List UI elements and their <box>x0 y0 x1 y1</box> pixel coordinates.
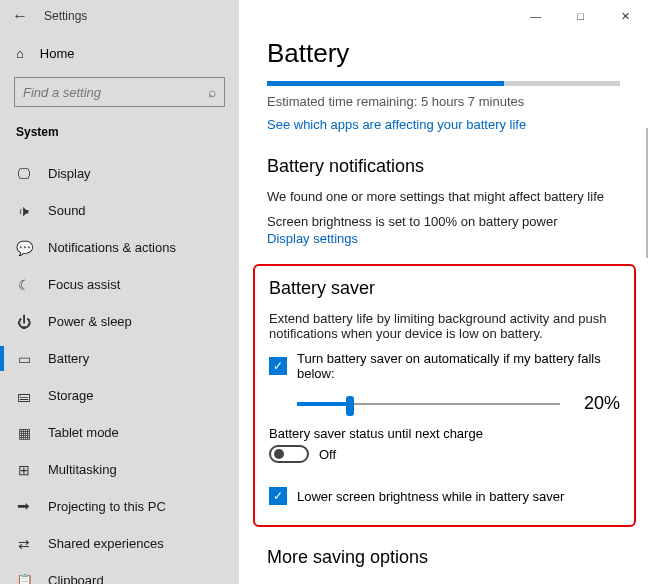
sidebar-item-label: Focus assist <box>48 277 120 292</box>
sidebar-item-label: Sound <box>48 203 86 218</box>
sidebar-item-battery[interactable]: ▭Battery <box>0 340 239 377</box>
battery-saver-box: Battery saver Extend battery life by lim… <box>253 264 636 527</box>
threshold-slider-row: 20% <box>297 393 620 414</box>
lower-brightness-label: Lower screen brightness while in battery… <box>297 489 564 504</box>
close-button[interactable]: ✕ <box>603 0 648 32</box>
saver-desc: Extend battery life by limiting backgrou… <box>269 311 620 341</box>
notifications-brightness: Screen brightness is set to 100% on batt… <box>267 214 620 229</box>
saver-status-label: Battery saver status until next charge <box>269 426 620 441</box>
checkbox-checked-icon: ✓ <box>269 357 287 375</box>
sound-icon: 🕩 <box>16 203 32 219</box>
minimize-button[interactable]: ― <box>513 0 558 32</box>
lower-brightness-checkbox-row[interactable]: ✓ Lower screen brightness while in batte… <box>269 487 620 505</box>
more-options-heading: More saving options <box>267 547 620 568</box>
sidebar: ⌂ Home ⌕ System 🖵Display 🕩Sound 💬Notific… <box>0 32 239 584</box>
apps-link[interactable]: See which apps are affecting your batter… <box>267 117 526 132</box>
sidebar-item-label: Battery <box>48 351 89 366</box>
sidebar-item-storage[interactable]: 🖴Storage <box>0 377 239 414</box>
saver-status-toggle[interactable] <box>269 445 309 463</box>
clipboard-icon: 📋 <box>16 573 32 585</box>
notifications-icon: 💬 <box>16 240 32 256</box>
sidebar-item-multitasking[interactable]: ⊞Multitasking <box>0 451 239 488</box>
auto-saver-checkbox-row[interactable]: ✓ Turn battery saver on automatically if… <box>269 351 620 381</box>
shared-icon: ⇄ <box>16 536 32 552</box>
sidebar-home[interactable]: ⌂ Home <box>0 38 239 69</box>
sidebar-item-focus-assist[interactable]: ☾Focus assist <box>0 266 239 303</box>
estimated-time: Estimated time remaining: 5 hours 7 minu… <box>267 94 620 109</box>
titlebar: ← Settings ― □ ✕ <box>0 0 648 32</box>
saver-heading: Battery saver <box>269 278 620 299</box>
sidebar-item-notifications[interactable]: 💬Notifications & actions <box>0 229 239 266</box>
projecting-icon: ⮕ <box>16 499 32 515</box>
sidebar-group: System <box>0 115 239 147</box>
notifications-heading: Battery notifications <box>267 156 620 177</box>
sidebar-item-label: Storage <box>48 388 94 403</box>
notifications-found: We found one or more settings that might… <box>267 189 620 204</box>
sidebar-item-label: Projecting to this PC <box>48 499 166 514</box>
sidebar-item-label: Display <box>48 166 91 181</box>
display-settings-link[interactable]: Display settings <box>267 231 358 246</box>
battery-icon: ▭ <box>16 351 32 367</box>
main-content: Battery Estimated time remaining: 5 hour… <box>239 32 648 584</box>
app-title: Settings <box>44 9 87 23</box>
sidebar-item-power-sleep[interactable]: ⏻Power & sleep <box>0 303 239 340</box>
sidebar-item-clipboard[interactable]: 📋Clipboard <box>0 562 239 584</box>
sidebar-item-label: Shared experiences <box>48 536 164 551</box>
storage-icon: 🖴 <box>16 388 32 404</box>
auto-saver-label: Turn battery saver on automatically if m… <box>297 351 620 381</box>
nav: 🖵Display 🕩Sound 💬Notifications & actions… <box>0 155 239 584</box>
display-icon: 🖵 <box>16 166 32 182</box>
tablet-icon: ▦ <box>16 425 32 441</box>
threshold-slider[interactable] <box>297 395 560 413</box>
sidebar-item-label: Notifications & actions <box>48 240 176 255</box>
sidebar-item-label: Tablet mode <box>48 425 119 440</box>
sidebar-item-display[interactable]: 🖵Display <box>0 155 239 192</box>
sidebar-item-sound[interactable]: 🕩Sound <box>0 192 239 229</box>
home-icon: ⌂ <box>16 46 24 61</box>
sidebar-item-shared[interactable]: ⇄Shared experiences <box>0 525 239 562</box>
sidebar-item-label: Clipboard <box>48 573 104 584</box>
sidebar-home-label: Home <box>40 46 75 61</box>
multitasking-icon: ⊞ <box>16 462 32 478</box>
sidebar-item-projecting[interactable]: ⮕Projecting to this PC <box>0 488 239 525</box>
focus-icon: ☾ <box>16 277 32 293</box>
checkbox-checked-icon: ✓ <box>269 487 287 505</box>
page-title: Battery <box>267 38 620 69</box>
maximize-button[interactable]: □ <box>558 0 603 32</box>
battery-progress <box>267 81 620 86</box>
sidebar-item-label: Power & sleep <box>48 314 132 329</box>
threshold-value: 20% <box>576 393 620 414</box>
sidebar-item-tablet-mode[interactable]: ▦Tablet mode <box>0 414 239 451</box>
search-input[interactable] <box>23 85 208 100</box>
sidebar-item-label: Multitasking <box>48 462 117 477</box>
back-button[interactable]: ← <box>12 7 28 25</box>
saver-status-value: Off <box>319 447 336 462</box>
search-icon: ⌕ <box>208 84 216 100</box>
search-box[interactable]: ⌕ <box>14 77 225 107</box>
power-icon: ⏻ <box>16 314 32 330</box>
